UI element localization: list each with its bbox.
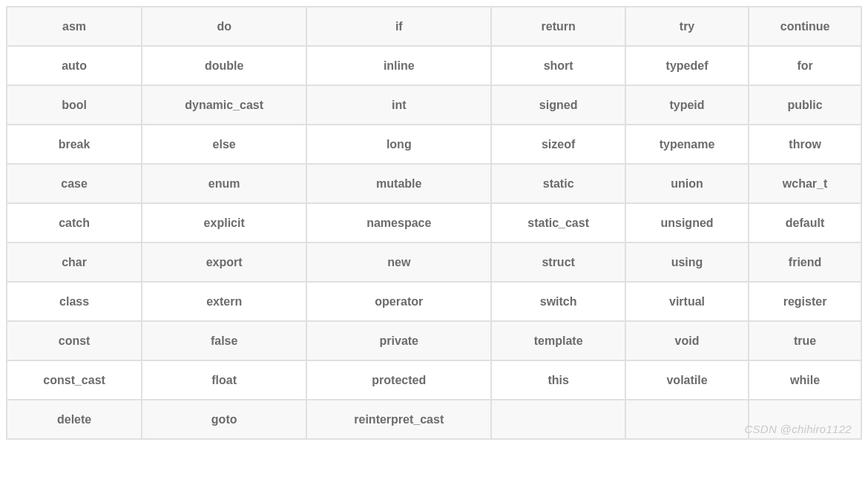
table-cell: unsigned (625, 203, 749, 242)
table-cell: true (749, 321, 861, 360)
table-cell: dynamic_cast (142, 85, 306, 125)
table-cell: struct (491, 242, 625, 282)
table-cell: delete (7, 400, 142, 439)
table-cell: while (749, 360, 861, 400)
table-cell: long (306, 125, 491, 164)
table-cell: const_cast (7, 360, 142, 400)
table-cell: wchar_t (749, 164, 861, 203)
table-cell: sizeof (491, 125, 625, 164)
table-cell: continue (749, 7, 861, 46)
table-cell: false (142, 321, 306, 360)
table-cell: new (306, 242, 491, 282)
table-cell: typedef (625, 46, 749, 85)
table-cell: protected (306, 360, 491, 400)
table-cell: const (7, 321, 142, 360)
table-cell: char (7, 242, 142, 282)
table-cell: register (749, 282, 861, 321)
table-cell (625, 400, 749, 439)
keywords-table: asm do if return try continue auto doubl… (6, 6, 862, 440)
table-row: case enum mutable static union wchar_t (7, 164, 861, 203)
table-cell: try (625, 7, 749, 46)
table-cell: if (306, 7, 491, 46)
table-cell: private (306, 321, 491, 360)
table-row: bool dynamic_cast int signed typeid publ… (7, 85, 861, 125)
table-cell: this (491, 360, 625, 400)
table-row: delete goto reinterpret_cast (7, 400, 861, 439)
table-cell: public (749, 85, 861, 125)
table-cell (749, 400, 861, 439)
table-cell (491, 400, 625, 439)
table-cell: break (7, 125, 142, 164)
table-cell: short (491, 46, 625, 85)
table-row: asm do if return try continue (7, 7, 861, 46)
table-cell: auto (7, 46, 142, 85)
table-cell: typeid (625, 85, 749, 125)
table-cell: return (491, 7, 625, 46)
table-cell: catch (7, 203, 142, 242)
table-cell: throw (749, 125, 861, 164)
table-cell: extern (142, 282, 306, 321)
table-cell: virtual (625, 282, 749, 321)
table-row: catch explicit namespace static_cast uns… (7, 203, 861, 242)
table-cell: reinterpret_cast (306, 400, 491, 439)
table-cell: for (749, 46, 861, 85)
table-cell: explicit (142, 203, 306, 242)
table-cell: default (749, 203, 861, 242)
table-cell: export (142, 242, 306, 282)
table-row: class extern operator switch virtual reg… (7, 282, 861, 321)
table-cell: goto (142, 400, 306, 439)
table-cell: inline (306, 46, 491, 85)
table-cell: friend (749, 242, 861, 282)
keywords-table-container: asm do if return try continue auto doubl… (6, 6, 862, 440)
table-cell: static (491, 164, 625, 203)
table-row: auto double inline short typedef for (7, 46, 861, 85)
table-cell: asm (7, 7, 142, 46)
table-cell: union (625, 164, 749, 203)
table-cell: switch (491, 282, 625, 321)
table-cell: do (142, 7, 306, 46)
table-body: asm do if return try continue auto doubl… (7, 7, 861, 439)
table-cell: mutable (306, 164, 491, 203)
table-cell: using (625, 242, 749, 282)
table-row: break else long sizeof typename throw (7, 125, 861, 164)
table-cell: int (306, 85, 491, 125)
table-cell: float (142, 360, 306, 400)
table-row: char export new struct using friend (7, 242, 861, 282)
table-cell: static_cast (491, 203, 625, 242)
table-cell: template (491, 321, 625, 360)
table-cell: else (142, 125, 306, 164)
table-cell: enum (142, 164, 306, 203)
table-cell: namespace (306, 203, 491, 242)
table-cell: bool (7, 85, 142, 125)
table-cell: double (142, 46, 306, 85)
table-row: const false private template void true (7, 321, 861, 360)
table-cell: operator (306, 282, 491, 321)
table-cell: volatile (625, 360, 749, 400)
table-cell: void (625, 321, 749, 360)
table-cell: typename (625, 125, 749, 164)
table-cell: case (7, 164, 142, 203)
table-cell: class (7, 282, 142, 321)
table-cell: signed (491, 85, 625, 125)
table-row: const_cast float protected this volatile… (7, 360, 861, 400)
